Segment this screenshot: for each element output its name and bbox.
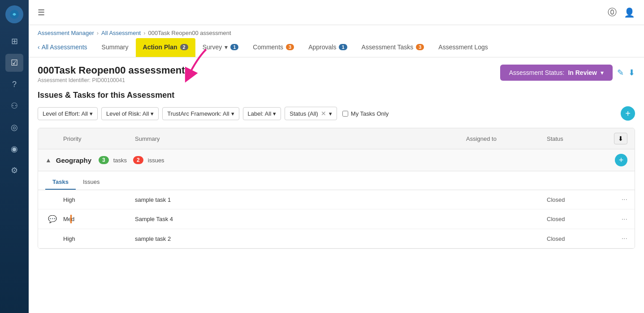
my-tasks-checkbox[interactable] (342, 111, 348, 117)
tab-summary-label: Summary (102, 43, 129, 51)
task-status: Closed (547, 196, 609, 203)
tasks-table: Priority Summary Assigned to Status ⬇ ▲ … (38, 128, 635, 249)
tab-assessment-logs-label: Assessment Logs (438, 43, 488, 51)
help-circle-icon[interactable]: ? (5, 75, 23, 93)
label-filter-label: Label: All (248, 110, 272, 117)
task-row: High sample task 2 Closed ··· (38, 229, 635, 248)
col-summary: Summary (135, 135, 466, 142)
tab-comments[interactable]: Comments 3 (246, 38, 301, 57)
col-status: Status (547, 135, 609, 142)
app-logo[interactable] (5, 5, 23, 23)
download-icon[interactable]: ⬇ (628, 68, 635, 78)
tab-assessment-tasks[interactable]: Assessment Tasks 3 (354, 38, 432, 57)
filters-bar: Level of Effort: All ▾ Level of Risk: Al… (38, 106, 635, 121)
breadcrumb-assessment-manager[interactable]: Assessment Manager (38, 30, 94, 36)
sub-tab-tasks[interactable]: Tasks (45, 175, 76, 190)
level-of-risk-filter[interactable]: Level of Risk: All ▾ (101, 107, 159, 120)
trustarc-framework-chevron-icon: ▾ (231, 110, 234, 117)
table-header: Priority Summary Assigned to Status ⬇ (38, 128, 635, 149)
group-name: Geography (56, 156, 91, 164)
task-menu-icon[interactable]: ··· (609, 235, 627, 243)
task-menu-icon[interactable]: ··· (609, 215, 627, 223)
task-row: 💬 Med Sample Task 4 Closed ··· (38, 209, 635, 229)
level-of-risk-label: Level of Risk: All (106, 110, 149, 117)
tab-approvals-badge: 1 (339, 44, 347, 50)
status-button[interactable]: Assessment Status: In Review ▾ (500, 65, 613, 81)
status-clear-icon[interactable]: ✕ (321, 110, 326, 117)
status-prefix: Assessment Status: (509, 69, 565, 76)
label-chevron-icon: ▾ (273, 110, 276, 117)
task-row: High sample task 1 Closed ··· (38, 190, 635, 209)
trustarc-framework-label: TrustArc Framework: All (167, 110, 229, 117)
level-of-effort-filter[interactable]: Level of Effort: All ▾ (38, 107, 98, 120)
comment-icon: 💬 (45, 215, 57, 223)
trustarc-framework-filter[interactable]: TrustArc Framework: All ▾ (162, 107, 239, 120)
tab-summary[interactable]: Summary (95, 38, 136, 57)
edit-icon[interactable]: ✎ (617, 68, 624, 78)
people-icon[interactable]: ⚇ (5, 97, 23, 115)
analytics-icon[interactable]: ◎ (5, 118, 23, 136)
status-value: In Review (568, 69, 597, 76)
priority-bar (70, 215, 72, 223)
section-title: Issues & Tasks for this Assessment (38, 91, 635, 100)
survey-dropdown-icon: ▾ (225, 43, 228, 51)
tab-approvals-label: Approvals (308, 43, 336, 51)
group-add-button[interactable]: + (615, 154, 627, 166)
dashboard-icon[interactable]: ⊞ (5, 32, 23, 50)
issues-count-badge: 2 (133, 156, 143, 164)
task-summary[interactable]: sample task 2 (135, 235, 466, 242)
label-filter[interactable]: Label: All ▾ (243, 107, 281, 120)
breadcrumb: Assessment Manager › All Assessment › 00… (29, 25, 644, 36)
help-icon[interactable]: ⓪ (608, 6, 617, 18)
main-content: ☰ ⓪ 👤 Assessment Manager › All Assessmen… (29, 0, 644, 313)
settings-icon[interactable]: ⚙ (5, 161, 23, 179)
tab-survey[interactable]: Survey ▾ 1 (195, 38, 246, 57)
assessment-title: 000Task Reopen00 assessment (38, 65, 185, 76)
task-summary[interactable]: Sample Task 4 (135, 216, 466, 222)
tab-all-assessments-label: All Assessments (42, 43, 87, 51)
user-icon[interactable]: 👤 (624, 7, 635, 18)
level-of-risk-chevron-icon: ▾ (151, 110, 154, 117)
tab-all-assessments[interactable]: ‹ All Assessments (38, 38, 95, 57)
topbar: ☰ ⓪ 👤 (29, 0, 644, 25)
task-status: Closed (547, 235, 609, 242)
page-content: 000Task Reopen00 assessment Assessment I… (29, 57, 644, 313)
tab-survey-label: Survey (203, 43, 222, 51)
tab-assessment-logs[interactable]: Assessment Logs (431, 38, 495, 57)
tasks-count-badge: 3 (99, 156, 109, 164)
sub-tab-bar: Tasks Issues (38, 171, 635, 190)
assessment-identifier: Assessment Identifier: PID00100041 (38, 77, 185, 83)
my-tasks-checkbox-label[interactable]: My Tasks Only (342, 110, 389, 117)
hamburger-icon[interactable]: ☰ (38, 8, 45, 17)
sidebar: ⊞ ☑ ? ⚇ ◎ ◉ ⚙ (0, 0, 29, 313)
status-actions: Assessment Status: In Review ▾ ✎ ⬇ (500, 65, 635, 81)
task-menu-icon[interactable]: ··· (609, 196, 627, 204)
group-toggle-icon[interactable]: ▲ (45, 156, 52, 164)
my-tasks-label: My Tasks Only (351, 110, 389, 117)
level-of-effort-chevron-icon: ▾ (90, 110, 93, 117)
tab-approvals[interactable]: Approvals 1 (301, 38, 354, 57)
tab-assessment-tasks-label: Assessment Tasks (362, 43, 414, 51)
task-summary[interactable]: sample task 1 (135, 196, 466, 203)
task-status: Closed (547, 216, 609, 222)
tab-survey-badge: 1 (230, 44, 238, 50)
back-chevron-icon: ‹ (38, 43, 40, 51)
table-header-actions: ⬇ (609, 133, 627, 144)
level-of-effort-label: Level of Effort: All (43, 110, 88, 117)
task-priority: High (63, 235, 135, 242)
breadcrumb-current: 000Task Reopen00 assessment (148, 30, 231, 36)
breadcrumb-all-assessment[interactable]: All Assessment (101, 30, 141, 36)
status-filter-chevron-icon: ▾ (329, 110, 332, 117)
add-item-button[interactable]: + (621, 106, 635, 121)
tasks-icon[interactable]: ☑ (5, 54, 23, 72)
group-geography: ▲ Geography 3 tasks 2 issues + (38, 149, 635, 171)
task-priority: Med (63, 216, 135, 222)
tab-action-plan[interactable]: Action Plan 2 (136, 38, 195, 57)
sub-tab-issues[interactable]: Issues (76, 175, 107, 190)
location-icon[interactable]: ◉ (5, 140, 23, 158)
status-chevron-icon: ▾ (601, 69, 604, 76)
assessment-header: 000Task Reopen00 assessment Assessment I… (38, 65, 635, 83)
tab-action-plan-badge: 2 (180, 44, 188, 50)
table-download-button[interactable]: ⬇ (614, 133, 627, 144)
status-filter[interactable]: Status (All) ✕ ▾ (285, 107, 337, 120)
